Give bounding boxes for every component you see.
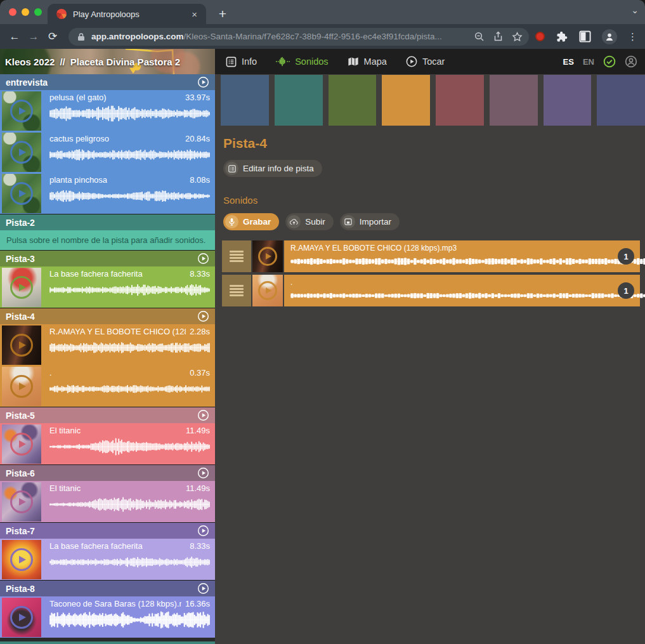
clip-play-icon[interactable] xyxy=(10,490,33,513)
account-icon[interactable] xyxy=(625,55,637,68)
track-header-pista4[interactable]: Pista-4 xyxy=(0,308,215,324)
track-tile-4-active[interactable] xyxy=(382,75,430,126)
side-panel-icon[interactable] xyxy=(579,30,591,43)
clip-titanic[interactable]: El titanic11.49s xyxy=(0,481,215,522)
import-box-icon xyxy=(342,215,355,228)
share-icon[interactable] xyxy=(493,31,503,42)
sound-row[interactable]: . 1 xyxy=(222,275,640,306)
sound-row-body[interactable]: . 1 xyxy=(284,275,640,306)
record-extension-icon[interactable] xyxy=(535,32,545,41)
drag-handle[interactable] xyxy=(222,275,251,306)
address-bar[interactable]: app.antropoloops.com/Kleos-Santa-Marina/… xyxy=(68,28,529,46)
clip-play-icon[interactable] xyxy=(10,334,33,357)
lock-icon xyxy=(77,32,85,41)
close-window-button[interactable] xyxy=(9,8,16,16)
clip-play-icon[interactable] xyxy=(10,433,33,456)
clip-play-icon[interactable] xyxy=(10,276,33,299)
sound-play-icon[interactable] xyxy=(258,247,277,266)
clip-taconeo[interactable]: Taconeo de Sara Baras (128 kbps).mp316.3… xyxy=(0,596,215,638)
clip-play-icon[interactable] xyxy=(10,606,33,629)
upload-button[interactable]: Subir xyxy=(285,213,334,230)
sound-thumbnail xyxy=(252,240,283,272)
tab-tocar[interactable]: Tocar xyxy=(406,56,445,67)
track-section-pista5: Pista-5 El titanic11.49s xyxy=(0,407,215,464)
clip-thumbnail xyxy=(2,598,41,637)
track-tile-3[interactable] xyxy=(329,75,377,126)
clip-planta[interactable]: planta pinchosa8.08s xyxy=(0,173,215,214)
clip-title: planta pinchosa xyxy=(49,175,107,185)
clip-ramaya[interactable]: R.AMAYA Y EL BOBOTE CHICO (128 kbps)....… xyxy=(0,324,215,365)
track-header-entrevista[interactable]: entrevista xyxy=(0,74,215,90)
lang-en[interactable]: EN xyxy=(583,57,594,67)
clip-play-icon[interactable] xyxy=(10,141,33,164)
track-tile-1[interactable] xyxy=(221,75,269,126)
play-track-icon[interactable] xyxy=(197,525,209,537)
back-button[interactable]: ← xyxy=(5,30,24,43)
track-header-pista2[interactable]: Pista-2 xyxy=(0,214,215,230)
track-detail-panel: Pista-4 Editar info de pista Sonidos Gra… xyxy=(215,74,645,644)
fullscreen-window-button[interactable] xyxy=(34,8,42,16)
sound-row[interactable]: R.AMAYA Y EL BOBOTE CHICO (128 kbps).mp3… xyxy=(222,240,640,272)
lang-es[interactable]: ES xyxy=(563,57,574,67)
track-header-pista5[interactable]: Pista-5 xyxy=(0,407,215,423)
track-header-pista8[interactable]: Pista-8 xyxy=(0,581,215,596)
import-button[interactable]: Importar xyxy=(340,213,400,230)
clip-play-icon[interactable] xyxy=(10,100,33,122)
play-track-icon[interactable] xyxy=(197,467,209,479)
sound-play-icon[interactable] xyxy=(258,281,277,300)
clip-base-fachera[interactable]: La base fachera facherita8.33s xyxy=(0,266,215,308)
track-tile-7[interactable] xyxy=(544,75,592,126)
track-header-pista6[interactable]: Pista-6 xyxy=(0,465,215,481)
browser-tab[interactable]: Play Antropoloops × xyxy=(48,4,206,24)
forward-button[interactable]: → xyxy=(24,30,43,43)
location-name: Placeta Divina Pastora 2 xyxy=(70,56,180,67)
tab-info-label: Info xyxy=(242,56,257,67)
bookmark-star-icon[interactable] xyxy=(512,32,523,42)
waveform xyxy=(49,187,210,206)
import-button-label: Importar xyxy=(360,217,391,227)
track-tile-6[interactable] xyxy=(490,75,538,126)
extensions-puzzle-icon[interactable] xyxy=(556,30,568,43)
new-tab-button[interactable]: + xyxy=(214,6,231,22)
clip-title: R.AMAYA Y EL BOBOTE CHICO (128 kbps).... xyxy=(49,327,186,336)
page-title: Pista-4 xyxy=(223,136,645,151)
minimize-window-button[interactable] xyxy=(22,8,29,16)
clip-cactus[interactable]: cactus peligroso20.84s xyxy=(0,131,215,173)
drag-handle[interactable] xyxy=(222,240,251,272)
play-track-icon[interactable] xyxy=(197,409,209,421)
edit-track-info-button[interactable]: Editar info de pista xyxy=(223,160,322,177)
play-track-icon[interactable] xyxy=(197,310,209,322)
clip-title: La base fachera facherita xyxy=(49,541,143,551)
project-map-thumbnail[interactable]: Kleos 2022 // Placeta Divina Pastora 2 xyxy=(0,49,215,74)
profile-avatar[interactable] xyxy=(602,29,617,44)
clip-play-icon[interactable] xyxy=(10,375,33,398)
drag-handle-icon xyxy=(230,249,244,264)
tab-mapa[interactable]: Mapa xyxy=(348,56,387,67)
sound-row-body[interactable]: R.AMAYA Y EL BOBOTE CHICO (128 kbps).mp3… xyxy=(284,240,640,272)
track-tile-5[interactable] xyxy=(436,75,484,126)
tab-search-chevron-icon[interactable]: ⌄ xyxy=(631,5,639,15)
reload-button[interactable]: ⟳ xyxy=(43,30,62,43)
track-tile-8[interactable] xyxy=(597,75,645,126)
clip-pelusa[interactable]: pelusa (el gato)33.97s xyxy=(0,90,215,131)
zoom-out-icon[interactable] xyxy=(474,32,485,42)
play-track-icon[interactable] xyxy=(197,76,209,88)
tab-info[interactable]: Info xyxy=(226,56,257,67)
track-tile-2[interactable] xyxy=(275,75,323,126)
clip-play-icon[interactable] xyxy=(10,182,33,205)
track-header-pista7[interactable]: Pista-7 xyxy=(0,523,215,539)
tab-sonidos[interactable]: Sonidos xyxy=(276,56,328,67)
play-track-icon[interactable] xyxy=(197,253,209,265)
play-track-icon[interactable] xyxy=(197,582,209,595)
close-tab-icon[interactable]: × xyxy=(189,9,200,20)
clip-base-fachera[interactable]: La base fachera facherita8.33s xyxy=(0,539,215,580)
clip-dot[interactable]: .0.37s xyxy=(0,365,215,407)
browser-menu-icon[interactable]: ⋮ xyxy=(628,31,637,43)
clip-play-icon[interactable] xyxy=(10,548,33,571)
clip-titanic[interactable]: El titanic11.49s xyxy=(0,423,215,464)
waveform xyxy=(290,289,645,302)
record-button[interactable]: Grabar xyxy=(223,213,279,230)
track-header-pista3[interactable]: Pista-3 xyxy=(0,251,215,266)
drag-handle-icon xyxy=(230,284,244,298)
play-circle-icon xyxy=(406,56,417,67)
